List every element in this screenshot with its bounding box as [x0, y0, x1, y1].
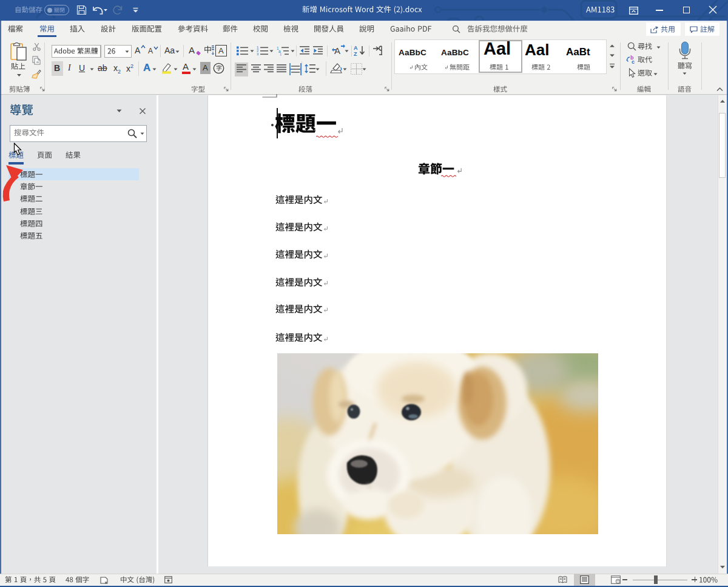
svg-text:c: c	[632, 59, 635, 64]
svg-text:3: 3	[257, 52, 259, 56]
svg-text:A: A	[354, 45, 358, 51]
svg-text:i: i	[280, 52, 281, 56]
svg-text:A: A	[334, 46, 340, 56]
svg-text:Z: Z	[354, 51, 357, 56]
